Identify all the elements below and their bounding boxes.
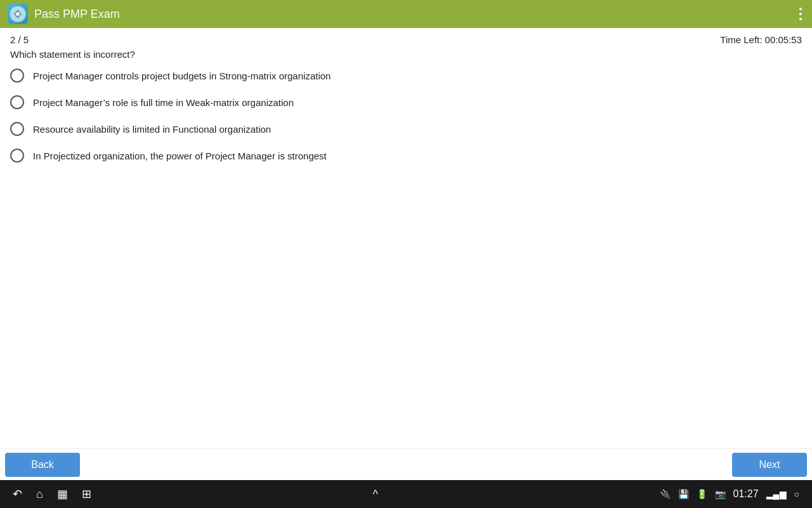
battery-icon: 🔋	[697, 489, 707, 499]
status-bar: ↶ ⌂ ▦ ⊞ ^ 🔌 💾 🔋 📷 01:27 ▂▄▆ ○	[0, 480, 812, 508]
option-2-row[interactable]: Project Manager’s role is full time in W…	[10, 95, 802, 109]
signal-icon: ▂▄▆	[766, 489, 787, 499]
usb-icon: 🔌	[660, 489, 671, 499]
option-2-label: Project Manager’s role is full time in W…	[33, 96, 294, 109]
wifi-icon: ○	[794, 489, 799, 499]
sd-icon: 💾	[678, 489, 689, 499]
screenshot-icon: 📷	[715, 489, 726, 499]
timer-display: Time Left: 00:05:53	[720, 34, 802, 45]
option-2-radio[interactable]	[10, 95, 24, 109]
option-4-row[interactable]: In Projectized organization, the power o…	[10, 149, 802, 163]
option-1-radio[interactable]	[10, 69, 24, 83]
progress-row: 2 / 5 Time Left: 00:05:53	[10, 34, 802, 45]
option-3-radio[interactable]	[10, 122, 24, 136]
status-nav-icons: ↶ ⌂ ▦ ⊞	[13, 487, 91, 501]
next-button[interactable]: Next	[732, 453, 807, 477]
system-time: 01:27	[733, 488, 759, 500]
content-area: 2 / 5 Time Left: 00:05:53 Which statemen…	[0, 28, 812, 182]
option-3-label: Resource availability is limited in Func…	[33, 123, 271, 136]
option-1-row[interactable]: Project Manager controls project budgets…	[10, 69, 802, 83]
grid-icon[interactable]: ⊞	[82, 487, 91, 501]
app-title: Pass PMP Exam	[34, 8, 120, 21]
option-1-label: Project Manager controls project budgets…	[33, 69, 331, 83]
back-button[interactable]: Back	[5, 453, 80, 477]
app-bar-left: Pass PMP Exam	[8, 4, 120, 24]
more-options-icon[interactable]	[797, 5, 804, 23]
option-4-label: In Projectized organization, the power o…	[33, 149, 327, 163]
progress-text: 2 / 5	[10, 34, 29, 45]
svg-point-1	[16, 12, 20, 16]
nav-buttons: Back Next	[0, 448, 812, 480]
home-nav-icon[interactable]: ⌂	[36, 488, 43, 501]
app-icon	[8, 4, 28, 24]
status-center-chevron: ^	[372, 488, 377, 501]
option-3-row[interactable]: Resource availability is limited in Func…	[10, 122, 802, 136]
back-nav-icon[interactable]: ↶	[13, 487, 22, 501]
option-4-radio[interactable]	[10, 149, 24, 163]
app-bar: Pass PMP Exam	[0, 0, 812, 28]
status-system-icons: 🔌 💾 🔋 📷 01:27 ▂▄▆ ○	[660, 488, 799, 500]
recent-apps-icon[interactable]: ▦	[57, 487, 68, 501]
question-text: Which statement is incorrect?	[10, 49, 802, 60]
